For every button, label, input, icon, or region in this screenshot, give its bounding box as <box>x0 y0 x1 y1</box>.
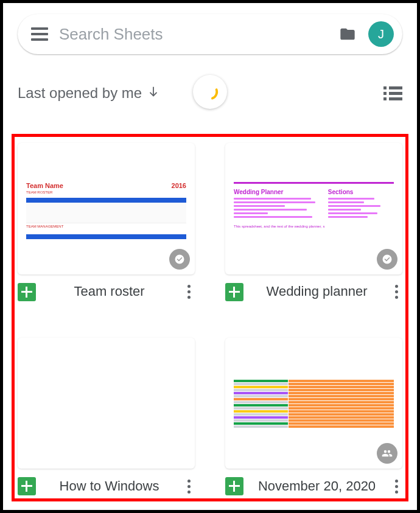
sort-label-text: Last opened by me <box>18 85 142 102</box>
sheets-file-icon <box>18 477 36 495</box>
sort-controls: Last opened by me <box>18 80 402 106</box>
file-title: November 20, 2020 <box>250 478 384 494</box>
loading-spinner <box>193 75 227 109</box>
file-card[interactable]: Team Name 2016 TEAM ROSTER TEAM MANAGEME… <box>18 143 195 301</box>
more-options-icon[interactable] <box>390 480 402 494</box>
search-bar: J <box>18 14 402 54</box>
sheets-file-icon <box>225 283 243 301</box>
thumb-footer-text: This spreadsheet, and the rest of the we… <box>234 225 394 228</box>
thumb-year: 2016 <box>172 182 186 189</box>
file-card[interactable]: Wedding Planner Sections <box>225 143 402 301</box>
file-title: How to Windows <box>42 478 177 494</box>
thumb-footer: TEAM MANAGEMENT <box>26 225 186 228</box>
file-thumbnail[interactable] <box>225 338 402 469</box>
search-input[interactable] <box>59 25 327 44</box>
file-card-footer: November 20, 2020 <box>225 477 402 495</box>
offline-available-icon <box>169 249 190 270</box>
files-grid: Team Name 2016 TEAM ROSTER TEAM MANAGEME… <box>18 143 402 495</box>
file-card-footer: How to Windows <box>18 477 195 495</box>
thumb-col2-heading: Sections <box>328 189 394 195</box>
account-avatar[interactable]: J <box>368 21 394 47</box>
file-thumbnail[interactable]: Team Name 2016 TEAM ROSTER TEAM MANAGEME… <box>18 143 195 274</box>
sort-dropdown[interactable]: Last opened by me <box>18 85 160 102</box>
file-card-footer: Team roster <box>18 283 195 301</box>
sheets-file-icon <box>18 283 36 301</box>
more-options-icon[interactable] <box>183 285 195 299</box>
file-thumbnail[interactable] <box>18 338 195 469</box>
list-view-toggle-icon[interactable] <box>383 86 402 100</box>
avatar-initial: J <box>378 27 384 41</box>
thumb-heading: Team Name <box>26 182 63 189</box>
thumb-subheading: TEAM ROSTER <box>26 190 186 194</box>
hamburger-menu-icon[interactable] <box>31 27 48 41</box>
thumb-col1-heading: Wedding Planner <box>234 189 320 195</box>
more-options-icon[interactable] <box>183 480 195 494</box>
sheets-file-icon <box>225 477 243 495</box>
file-title: Wedding planner <box>250 284 384 299</box>
arrow-down-icon <box>147 85 160 102</box>
offline-available-icon <box>377 249 397 270</box>
file-card-footer: Wedding planner <box>225 283 402 301</box>
file-title: Team roster <box>42 284 177 299</box>
more-options-icon[interactable] <box>390 285 402 299</box>
file-card[interactable]: How to Windows <box>18 338 195 496</box>
shared-icon <box>377 443 397 464</box>
file-card[interactable]: November 20, 2020 <box>225 338 402 496</box>
file-thumbnail[interactable]: Wedding Planner Sections <box>225 143 402 274</box>
folder-icon[interactable] <box>338 26 357 43</box>
